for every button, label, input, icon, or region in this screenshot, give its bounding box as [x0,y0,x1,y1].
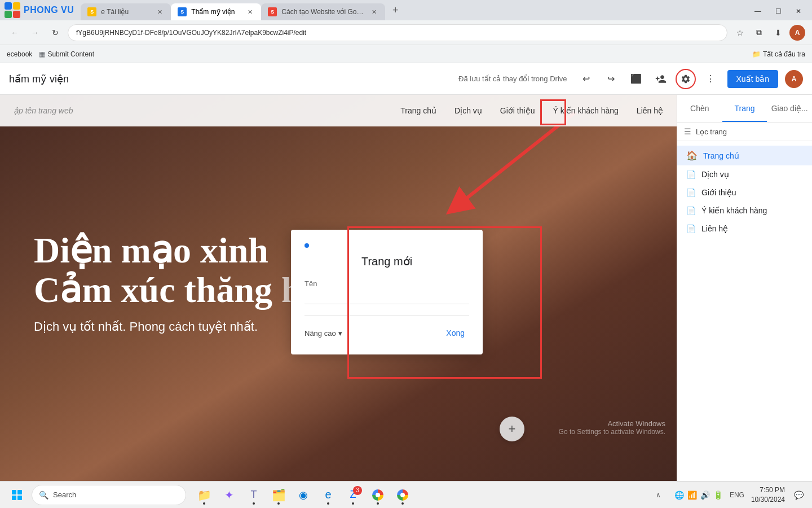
reload-button[interactable]: ↻ [47,25,63,41]
page-name-trang-chu: Trang chủ [703,151,739,160]
nav-link-lien-he[interactable]: Liên hệ [637,106,663,115]
panel-pages: 🏠 Trang chủ 📄 Dịch vụ 📄 Giới thiệu [677,141,812,481]
add-floating-button[interactable]: + [500,417,524,441]
panel-tab-pages[interactable]: Trang [722,95,767,122]
undo-button[interactable]: ↩ [576,69,597,89]
chrome-dot [401,502,404,505]
publish-button[interactable]: Xuất bản [727,70,778,88]
nav-link-trang-chu[interactable]: Trang chủ [400,106,436,115]
files-dot [277,502,280,505]
panel-tab-themes-label: Giao diệ... [771,104,808,113]
editor-area: hẩm mỹ viện Đã lưu tất cả thay đổi trong… [0,63,812,481]
modal-dialog[interactable]: Trang mới Tên Nâng cao ▾ Xong [291,230,483,354]
modal-advanced-label: Nâng cao [304,329,336,338]
start-button[interactable] [5,484,29,506]
nav-link-y-kien[interactable]: Ý kiến khách hàng [553,106,618,115]
edge-icon: e [325,488,331,501]
phong-vu-logo [5,2,20,18]
address-text: fYgB6U9jRHNBCyD1f-DFe8/p/1OuVGOuJOyYK82J… [76,29,306,37]
taskbar-app-ai[interactable]: ◉ [292,484,315,506]
page-name-gioi-thieu: Giới thiệu [701,188,736,197]
volume-icon[interactable]: 🔊 [700,491,710,500]
taskbar-app-explorer[interactable]: 📁 [193,484,215,506]
editor-topbar: hẩm mỹ viện Đã lưu tất cả thay đổi trong… [0,63,812,95]
battery-icon[interactable]: 🔋 [713,491,723,500]
bookmark-submit-label: Submit Content [47,50,94,58]
tab2-close[interactable]: ✕ [245,7,254,16]
split-screen-icon[interactable]: ⧉ [751,25,767,41]
chrome-icon [397,489,408,501]
panel-tab-insert-label: Chèn [690,104,709,113]
close-button[interactable]: ✕ [789,5,807,18]
modal-field-label: Tên [304,279,469,288]
forward-button[interactable]: → [27,25,43,41]
taskbar-app-edge[interactable]: e [317,484,339,506]
page-icon-gioi-thieu: 📄 [686,188,696,197]
tab-tai-lieu[interactable]: S e Tài liệu ✕ [81,3,171,20]
add-person-button[interactable] [651,69,671,89]
device-preview-button[interactable]: ⬛ [626,69,646,89]
nav-link-gioi-thieu[interactable]: Giới thiệu [500,106,535,115]
page-icon-dich-vu: 📄 [686,170,696,179]
edge-dot [327,502,329,505]
bookmark-all[interactable]: 📁 Tất cả đầu tra [752,50,805,58]
nav-link-dich-vu[interactable]: Dịch vụ [454,106,482,115]
taskbar-app-zalo[interactable]: Z 3 [342,484,364,506]
taskbar-clock[interactable]: 7:50 PM 10/30/2024 [751,485,785,505]
page-item-trang-chu[interactable]: 🏠 Trang chủ [677,146,812,165]
profile-avatar[interactable]: A [789,25,805,41]
download-icon[interactable]: ⬇ [770,25,786,41]
minimize-button[interactable]: — [749,5,767,18]
modal-name-input[interactable] [304,290,469,304]
zalo-dot [352,502,354,505]
filter-label: Lọc trang [696,128,727,136]
teams-dot [253,502,255,505]
title-bar: PHONG VU S e Tài liệu ✕ S Thẩm mỹ viện ✕… [0,0,812,20]
tab-cach-tao-website[interactable]: S Cách tạo Website với Google S... ✕ [261,3,385,20]
taskbar-app-chrome[interactable] [391,484,414,506]
panel-tab-insert[interactable]: Chèn [677,95,722,122]
site-title: hẩm mỹ viện [9,73,454,85]
site-nav-title: ập tên trang web [14,106,73,115]
explorer-icon: 📁 [197,488,211,502]
address-icons: ☆ ⧉ ⬇ A [732,25,805,41]
taskbar-app-chrome-extra[interactable] [367,484,389,506]
search-box[interactable]: 🔍 Search [32,485,186,505]
search-icon: 🔍 [39,491,48,500]
teams-icon: T [251,489,257,501]
bookmark-facebook[interactable]: ecebook [7,50,32,58]
canvas-area[interactable]: ập tên trang web Trang chủ Dịch vụ Giới … [0,95,677,481]
panel-tab-themes[interactable]: Giao diệ... [767,95,812,122]
tab-tham-my-vien[interactable]: S Thẩm mỹ viện ✕ [171,3,261,20]
new-tab-button[interactable]: + [387,2,403,18]
tab1-label: e Tài liệu [101,8,151,16]
taskbar-app-teams[interactable]: T [242,484,265,506]
maximize-button[interactable]: ☐ [769,5,787,18]
settings-button[interactable] [676,69,696,89]
page-item-dich-vu[interactable]: 📄 Dịch vụ [677,165,812,183]
toolbar-avatar[interactable]: A [785,70,803,88]
page-item-gioi-thieu[interactable]: 📄 Giới thiệu [677,183,812,202]
more-options-button[interactable]: ⋮ [700,69,721,89]
systray-chevron[interactable]: ∧ [647,484,670,506]
redo-button[interactable]: ↪ [601,69,621,89]
taskbar-app-copilot[interactable]: ✦ [218,484,240,506]
page-item-y-kien[interactable]: 📄 Ý kiến khách hàng [677,202,812,220]
taskbar-app-files[interactable]: 🗂️ [267,484,290,506]
tab2-label: Thẩm mỹ viện [191,8,241,16]
tab3-close[interactable]: ✕ [369,7,378,16]
panel-tab-pages-label: Trang [734,104,754,113]
network-icon[interactable]: 🌐 [674,491,684,500]
bookmark-submit-content[interactable]: ▦ Submit Content [39,50,94,58]
modal-advanced-button[interactable]: Nâng cao ▾ [304,329,342,338]
address-input[interactable]: fYgB6U9jRHNBCyD1f-DFe8/p/1OuVGOuJOyYK82J… [68,24,727,41]
back-button[interactable]: ← [7,25,23,41]
notification-button[interactable]: 💬 [789,484,807,506]
modal-divider [304,316,469,316]
modal-done-button[interactable]: Xong [442,325,469,341]
tab1-close[interactable]: ✕ [155,7,164,16]
bookmark-star-icon[interactable]: ☆ [732,25,748,41]
page-item-lien-he[interactable]: 📄 Liên hệ [677,220,812,238]
wifi-icon[interactable]: 📶 [687,491,697,500]
editor-body: ập tên trang web Trang chủ Dịch vụ Giới … [0,95,812,481]
